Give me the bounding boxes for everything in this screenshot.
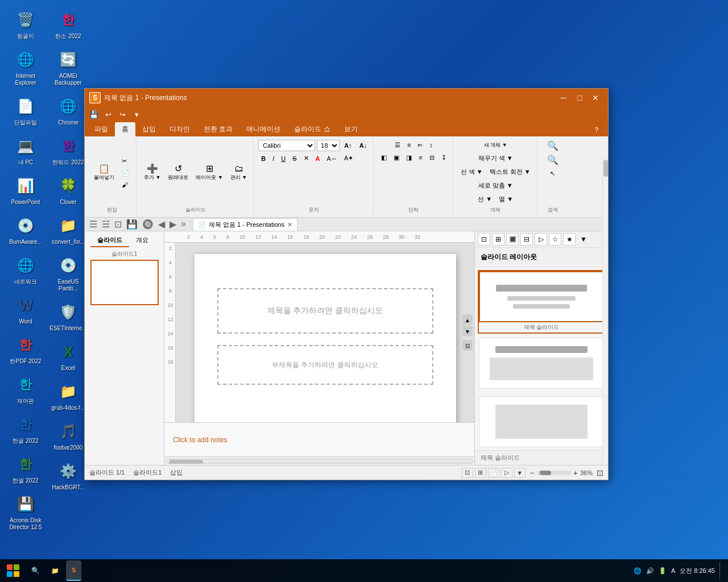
layout-button[interactable]: ⊞ 레이아웃 ▼	[193, 163, 225, 183]
icon-recycle[interactable]: 🗑️ 뒹굴이	[6, 6, 46, 43]
insert-object-button[interactable]: 새 개체 ▼	[481, 140, 510, 151]
icon-hanword[interactable]: 한 한워드 2022	[48, 132, 88, 169]
layout-item-2[interactable]	[478, 336, 605, 392]
text-dir-button[interactable]: ↧	[439, 152, 449, 163]
replace-button[interactable]: 🔍	[544, 154, 561, 167]
minimize-button[interactable]: ─	[556, 90, 572, 106]
icon-hangul[interactable]: 한 한글 2022	[6, 410, 46, 447]
view-more[interactable]: ▼	[514, 468, 526, 478]
taskbar-item-ppt[interactable]: S	[66, 560, 81, 581]
outdent-button[interactable]: ⇐	[415, 140, 425, 151]
layout-item-title[interactable]: 제목 슬라이드	[478, 270, 605, 334]
copy-button[interactable]: 📄	[119, 168, 133, 178]
icon-easeus[interactable]: 💿 EaseUS Partiti...	[48, 251, 88, 295]
taskbar-clock[interactable]: 오전 8:26:45	[680, 567, 715, 575]
panel-more[interactable]: ▼	[577, 233, 590, 246]
doc-tab-close[interactable]: ✕	[287, 221, 292, 228]
view-btn-1[interactable]: ☰	[88, 219, 99, 230]
maximize-button[interactable]: □	[572, 90, 588, 106]
tab-slideshow[interactable]: 슬라이드 쇼	[287, 122, 337, 136]
icon-word[interactable]: W Word	[6, 291, 46, 328]
start-button[interactable]	[0, 559, 26, 582]
layout-item-3[interactable]	[478, 395, 605, 450]
icon-hanpdf[interactable]: 한 한PDF 2022	[6, 331, 46, 368]
icon-mypc[interactable]: 💻 내 PC	[6, 132, 46, 169]
panel-btn-6[interactable]: ☆	[549, 233, 561, 246]
subtitle-placeholder[interactable]: 부제목을 추가하려면 클릭하십시오	[217, 345, 433, 385]
view-btn-3[interactable]: ⊡	[113, 219, 123, 230]
qa-undo[interactable]: ↩	[102, 108, 114, 120]
tab-help[interactable]: ?	[588, 124, 605, 136]
font-color-button[interactable]: A	[313, 153, 323, 164]
table-btn[interactable]: 열 ▼	[496, 193, 516, 205]
italic-button[interactable]: I	[270, 153, 277, 164]
icon-ie[interactable]: 🌐 Internet Explorer	[6, 45, 46, 89]
fill-color-button[interactable]: 채우기 색 ▼	[475, 152, 516, 164]
manage-button[interactable]: 🗂 관리 ▼	[228, 163, 250, 183]
font-size-select[interactable]: 18	[317, 140, 340, 151]
text-rotate-button[interactable]: 텍스트 회전 ▼	[487, 166, 533, 178]
zoom-slider[interactable]	[537, 471, 571, 475]
tab-file[interactable]: 파일	[88, 122, 115, 136]
bold-button[interactable]: B	[258, 153, 268, 164]
icon-chrome[interactable]: 🌐 Chrome	[48, 92, 88, 129]
title-placeholder[interactable]: 제목을 추가하려면 클릭하십시오	[217, 288, 433, 334]
panel-btn-5[interactable]: ▷	[535, 233, 547, 246]
icon-aomei[interactable]: 🔄 AOMEI Backupper	[48, 45, 88, 89]
tab-view[interactable]: 보기	[337, 122, 365, 136]
shrink-font-button[interactable]: A↓	[357, 140, 370, 151]
panel-btn-7[interactable]: ★	[563, 233, 576, 246]
cut-button[interactable]: ✂	[119, 156, 133, 167]
tab-design[interactable]: 디자인	[163, 122, 197, 136]
panel-btn-1[interactable]: ⊡	[478, 233, 490, 246]
strikethrough-button[interactable]: S	[289, 153, 299, 164]
slide-view-tab-slides[interactable]: 슬라이드	[90, 234, 129, 247]
view-normal[interactable]: ⊡	[462, 468, 473, 478]
qa-redo[interactable]: ↪	[116, 108, 129, 120]
view-btn-7[interactable]: ▶	[168, 219, 178, 230]
cursor-button[interactable]: ↖	[547, 168, 558, 179]
notes-area[interactable]: Click to add notes	[164, 422, 474, 456]
align-center-button[interactable]: ▣	[391, 152, 402, 163]
view-btn-5[interactable]: 🔘	[140, 219, 155, 230]
panel-btn-2[interactable]: ⊞	[492, 233, 504, 246]
icon-eset[interactable]: 🛡️ ESETInterne...	[48, 298, 88, 335]
icon-powerpoint[interactable]: 📊 PowerPoint	[6, 172, 46, 209]
icon-clover[interactable]: 🍀 Clover	[48, 172, 88, 209]
tab-insert[interactable]: 삽입	[135, 122, 163, 136]
qa-save[interactable]: 💾	[88, 108, 100, 120]
icon-acronis[interactable]: 💾 Acronis Disk Director 12.5	[6, 490, 46, 534]
grow-font-button[interactable]: A↑	[341, 140, 354, 151]
arrange-button[interactable]: 세로 맞춤 ▼	[475, 180, 516, 192]
tab-transitions[interactable]: 전환 효과	[197, 122, 239, 136]
icon-grub[interactable]: 📁 grub-4dos-f...	[48, 377, 88, 414]
format-painter[interactable]: 🖌	[119, 180, 133, 190]
justify-button[interactable]: ≡	[416, 152, 425, 163]
taskbar-search[interactable]: 🔍	[26, 560, 46, 581]
col-button[interactable]: ⊟	[427, 152, 437, 163]
view-btn-6[interactable]: ◀	[156, 219, 167, 230]
align-left-button[interactable]: ◧	[378, 152, 390, 163]
zoom-out[interactable]: −	[530, 468, 535, 477]
tab-home[interactable]: 홈	[115, 122, 135, 136]
text-effects-button[interactable]: A✦	[341, 153, 356, 164]
view-slideshow[interactable]: ▷	[501, 468, 512, 478]
scroll-down-btn[interactable]: ▼	[462, 326, 473, 336]
slide-view-tab-outline[interactable]: 개요	[129, 234, 155, 247]
clear-format-button[interactable]: ✕	[301, 153, 312, 164]
qa-more[interactable]: ▾	[130, 108, 143, 120]
panel-btn-3[interactable]: 🔳	[506, 233, 519, 246]
scroll-up-btn[interactable]: ▲	[462, 315, 473, 325]
bullet-list-button[interactable]: ☰	[392, 140, 403, 151]
font-family-select[interactable]: Calibri	[258, 140, 315, 151]
icon-excel[interactable]: X Excel	[48, 338, 88, 375]
icon-convert[interactable]: 📁 convert_for...	[48, 211, 88, 248]
fit-slide-btn[interactable]: ⊡	[462, 340, 473, 351]
icon-file[interactable]: 📄 단일파일	[6, 92, 46, 129]
icon-foobar[interactable]: 🎵 foobar2000	[48, 417, 88, 454]
align-right-button[interactable]: ◨	[403, 152, 415, 163]
view-grid[interactable]: ⊞	[475, 468, 486, 478]
tab-animations[interactable]: 애니메이션	[239, 122, 287, 136]
reset-button[interactable]: ↺ 원래대로	[165, 163, 191, 183]
new-slide-button[interactable]: ➕ 추가 ▼	[141, 163, 163, 183]
